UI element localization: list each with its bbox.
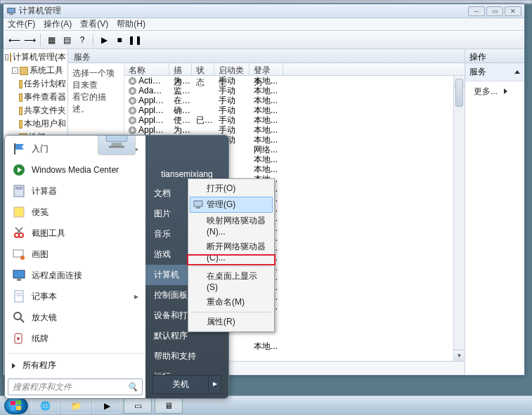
svg-text:♥: ♥ [17, 336, 20, 342]
wmc-icon [12, 163, 26, 177]
svg-rect-27 [16, 400, 21, 404]
start-item[interactable]: 截图工具 [6, 223, 144, 244]
context-menu-item[interactable]: 打开(O) [190, 180, 273, 197]
ie-icon: 🌐 [40, 401, 51, 411]
tree-item[interactable]: 事件查看器 [24, 91, 66, 103]
menu-help[interactable]: 帮助(H) [117, 18, 145, 30]
maximize-button[interactable]: ▭ [486, 6, 503, 16]
menu-action[interactable]: 操作(A) [44, 18, 72, 30]
svg-rect-1 [9, 13, 13, 15]
monitor-icon: 🖥 [164, 401, 173, 411]
scroll-down-icon[interactable]: ▼ [454, 350, 465, 361]
context-menu-item[interactable]: 在桌面上显示(S) [190, 268, 273, 294]
tree-root[interactable]: 计算机管理(本 [13, 51, 66, 63]
gear-icon [129, 97, 136, 105]
menu-file[interactable]: 文件(F) [8, 18, 35, 30]
tree-item[interactable]: 任务计划程 [24, 78, 66, 90]
search-input[interactable]: 搜索程序和文件 🔍 [8, 378, 143, 395]
start-right-item[interactable]: 帮助和支持 [145, 346, 228, 367]
svg-point-14 [20, 256, 25, 260]
services-header: 服务 [68, 49, 465, 63]
taskbar-item-explorer[interactable]: 📁 [62, 398, 90, 414]
user-avatar[interactable] [98, 135, 136, 155]
start-item[interactable]: Windows Media Center [6, 159, 144, 180]
scrollbar[interactable]: ▲ ▼ [453, 76, 465, 361]
taskbar-item-mgmt[interactable]: 🖥 [155, 398, 183, 414]
menubar: 文件(F) 操作(A) 查看(V) 帮助(H) [4, 18, 524, 31]
context-menu: 打开(O)管理(G)映射网络驱动器(N)...断开网络驱动器(C)...在桌面上… [188, 178, 275, 332]
start-item[interactable]: 远程桌面连接 [6, 265, 144, 286]
svg-point-12 [19, 233, 23, 237]
start-item[interactable]: 画图 [6, 244, 144, 265]
back-button[interactable]: ⟵ [8, 34, 20, 46]
start-item[interactable]: 记事本▸ [6, 286, 144, 307]
all-programs[interactable]: 所有程序 [5, 355, 145, 376]
context-menu-item[interactable]: 映射网络驱动器(N)... [190, 213, 273, 239]
taskbar-item-media[interactable]: ▶ [93, 398, 121, 414]
col-start[interactable]: 启动类型 [214, 63, 249, 75]
context-menu-item[interactable]: 管理(G) [190, 197, 273, 213]
mag-icon [12, 310, 26, 324]
start-item[interactable]: 便笺 [6, 202, 144, 223]
col-logon[interactable]: 登录为 [249, 63, 283, 75]
start-item-label: Windows Media Center [32, 165, 119, 175]
play-icon[interactable]: ▶ [98, 34, 110, 46]
search-placeholder: 搜索程序和文件 [13, 381, 72, 393]
svg-rect-25 [196, 207, 200, 209]
tree-item[interactable]: 本地用户和 [24, 118, 66, 130]
app-icon [6, 6, 16, 16]
minimize-button[interactable]: ─ [468, 6, 485, 16]
help-icon[interactable]: ? [76, 34, 89, 46]
svg-rect-0 [8, 8, 15, 13]
tree-item[interactable]: 共享文件夹 [24, 105, 66, 117]
services-columns[interactable]: 名称 描述 状态 启动类型 登录为 [124, 63, 465, 76]
actions-more[interactable]: 更多... [465, 81, 524, 102]
start-item-label: 画图 [32, 249, 48, 261]
context-menu-item[interactable]: 断开网络驱动器(C)... [190, 239, 273, 265]
calc-icon [12, 184, 26, 198]
actions-header: 操作 [465, 49, 524, 63]
collapse-icon [514, 70, 520, 74]
svg-rect-26 [11, 401, 15, 405]
toolbar-icon[interactable]: ▤ [60, 34, 73, 46]
col-desc[interactable]: 描述 [169, 63, 192, 75]
svg-rect-4 [109, 146, 124, 148]
start-button[interactable] [4, 397, 28, 414]
start-item[interactable]: ♥纸牌 [6, 328, 144, 349]
start-item-label: 便笺 [32, 206, 48, 218]
toolbar-icon[interactable]: ▦ [45, 34, 58, 46]
svg-rect-5 [14, 143, 15, 154]
start-left-list: 入门▸Windows Media Center计算器便笺截图工具画图远程桌面连接… [5, 136, 145, 352]
notepad-icon [12, 289, 26, 303]
start-item[interactable]: 放大镜 [6, 307, 144, 328]
actions-services-row[interactable]: 服务 [465, 63, 524, 81]
note-icon [12, 205, 26, 219]
forward-button[interactable]: ⟶ [23, 34, 36, 46]
start-item-label: 远程桌面连接 [32, 270, 82, 282]
sol-icon: ♥ [12, 331, 26, 345]
start-item[interactable]: 计算器 [6, 180, 144, 202]
close-button[interactable]: ✕ [505, 6, 521, 16]
taskbar-item-active[interactable]: ▭ [124, 398, 152, 414]
stop-icon[interactable]: ■ [113, 34, 126, 46]
col-name[interactable]: 名称 [124, 63, 169, 75]
svg-point-20 [14, 312, 21, 320]
svg-rect-2 [106, 135, 126, 141]
gear-icon [129, 87, 136, 95]
svg-rect-3 [112, 143, 122, 146]
paint-icon [12, 247, 26, 261]
toolbar: ⟵ ⟶ ▦ ▤ ? ▶ ■ ❚❚ [4, 31, 524, 49]
shutdown-button[interactable]: 关机 ▸ [153, 375, 221, 394]
svg-rect-10 [14, 207, 24, 217]
tree-item[interactable]: 系统工具 [30, 65, 63, 77]
context-menu-item[interactable]: 重命名(M) [190, 294, 273, 310]
shutdown-options-icon[interactable]: ▸ [209, 375, 221, 394]
scroll-thumb[interactable] [455, 79, 463, 107]
titlebar[interactable]: 计算机管理 ─ ▭ ✕ [4, 4, 524, 18]
context-menu-item[interactable]: 属性(R) [190, 314, 273, 330]
pause-icon[interactable]: ❚❚ [129, 34, 141, 46]
search-icon: 🔍 [127, 382, 138, 392]
col-status[interactable]: 状态 [192, 63, 214, 75]
taskbar-item-ie[interactable]: 🌐 [31, 398, 59, 414]
menu-view[interactable]: 查看(V) [80, 18, 108, 30]
